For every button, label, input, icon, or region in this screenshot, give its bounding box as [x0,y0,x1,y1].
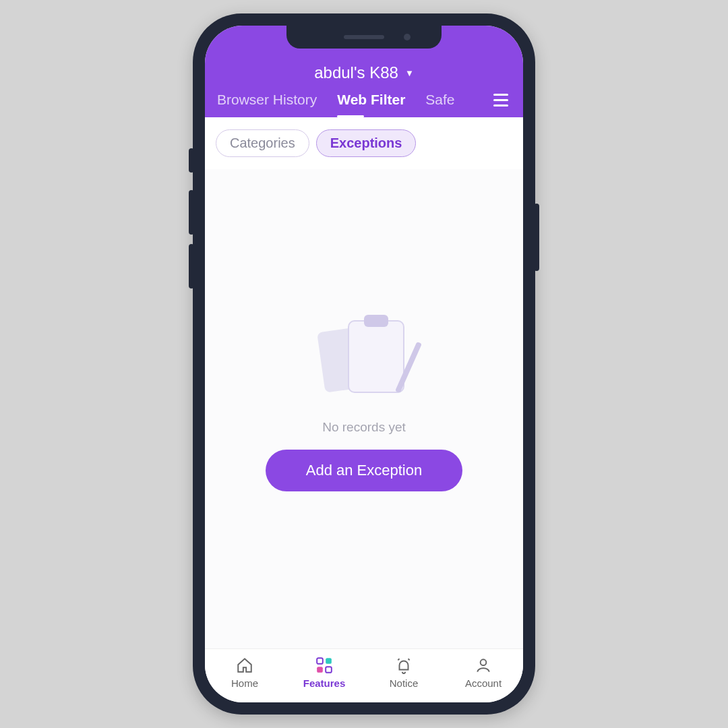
svg-point-4 [481,659,487,665]
active-tab-underline [337,115,364,117]
phone-mute-switch [189,148,194,173]
device-name: abdul's K88 [314,63,398,82]
nav-label: Account [465,677,502,689]
svg-rect-3 [326,667,332,673]
device-selector[interactable]: abdul's K88 ▼ [205,55,523,92]
nav-label: Notice [390,677,419,689]
phone-notch [286,26,442,49]
bottom-nav: Home Features [205,648,523,702]
top-tab-bar: Browser History Web Filter Safe [205,92,523,117]
pill-exceptions[interactable]: Exceptions [316,129,417,157]
filter-pill-row: Categories Exceptions [205,117,523,169]
phone-volume-down [189,244,194,289]
empty-state-text: No records yet [322,420,406,435]
chevron-down-icon: ▼ [405,68,414,78]
nav-notice[interactable]: Notice [364,656,444,689]
features-icon [315,656,334,675]
hamburger-menu-icon[interactable] [493,94,511,116]
svg-rect-0 [317,658,323,664]
tab-safe[interactable]: Safe [425,92,454,117]
account-icon [474,656,493,675]
nav-account[interactable]: Account [444,656,523,689]
svg-rect-1 [326,658,332,664]
phone-volume-up [189,190,194,235]
phone-frame: abdul's K88 ▼ Browser History Web Filter… [193,13,535,715]
svg-rect-2 [317,667,323,673]
phone-power-button [534,204,539,271]
nav-label: Home [231,677,258,689]
empty-state-illustration [317,313,411,408]
screen: abdul's K88 ▼ Browser History Web Filter… [205,26,523,702]
tab-browser-history[interactable]: Browser History [217,92,317,117]
pill-categories[interactable]: Categories [216,129,309,157]
nav-features[interactable]: Features [284,656,364,689]
add-exception-button[interactable]: Add an Exception [266,450,462,491]
nav-label: Features [303,677,346,689]
home-icon [235,656,254,675]
content-area: No records yet Add an Exception [205,169,523,648]
tab-web-filter[interactable]: Web Filter [337,92,405,117]
nav-home[interactable]: Home [205,656,284,689]
bell-icon [394,656,413,675]
